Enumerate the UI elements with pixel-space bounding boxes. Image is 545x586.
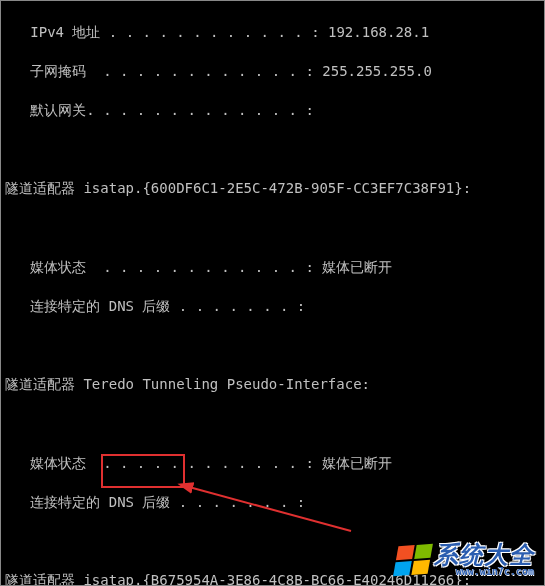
adapter1-line: 隧道适配器 isatap.{600DF6C1-2E5C-472B-905F-CC…: [5, 179, 540, 199]
subnet-line: 子网掩码 . . . . . . . . . . . . : 255.255.2…: [5, 62, 540, 82]
subnet-value: 255.255.255.0: [322, 63, 432, 79]
subnet-label: 子网掩码 . . . . . . . . . . . . :: [5, 63, 322, 79]
ipv4-line: IPv4 地址 . . . . . . . . . . . . : 192.16…: [5, 23, 540, 43]
media2-line: 媒体状态 . . . . . . . . . . . . : 媒体已断开: [5, 454, 540, 474]
adapter2-line: 隧道适配器 Teredo Tunneling Pseudo-Interface:: [5, 375, 540, 395]
terminal-output[interactable]: IPv4 地址 . . . . . . . . . . . . : 192.16…: [1, 1, 544, 586]
adapter1-id: isatap.{600DF6C1-2E5C-472B-905F-CC3EF7C3…: [83, 180, 471, 196]
gateway-line: 默认网关. . . . . . . . . . . . . :: [5, 101, 540, 121]
adapter3-line: 隧道适配器 isatap.{B675954A-3E86-4C8B-BC66-E4…: [5, 571, 540, 586]
adapter2-id: Teredo Tunneling Pseudo-Interface:: [83, 376, 370, 392]
dns1-line: 连接特定的 DNS 后缀 . . . . . . . :: [5, 297, 540, 317]
ipv4-value: 192.168.28.1: [328, 24, 429, 40]
adapter3-id: isatap.{B675954A-3E86-4C8B-BC66-E40246D1…: [83, 572, 471, 586]
ipv4-label: IPv4 地址 . . . . . . . . . . . . :: [5, 24, 328, 40]
gateway-label: 默认网关. . . . . . . . . . . . . :: [5, 102, 314, 118]
media1-line: 媒体状态 . . . . . . . . . . . . : 媒体已断开: [5, 258, 540, 278]
dns2-line: 连接特定的 DNS 后缀 . . . . . . . :: [5, 493, 540, 513]
